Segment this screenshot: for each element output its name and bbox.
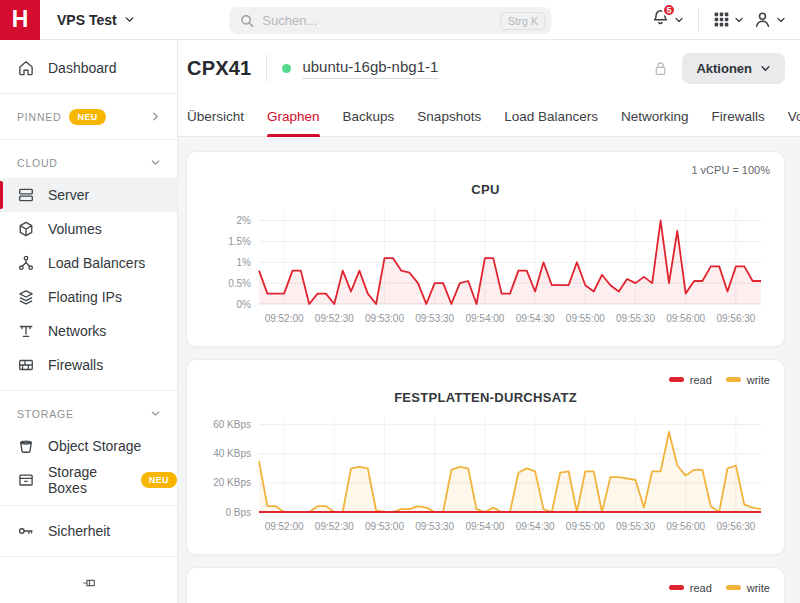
sidebar-item-label: Server	[48, 187, 89, 203]
chevron-down-icon	[760, 63, 771, 74]
write-legend-swatch	[726, 585, 741, 590]
cpu-chart-title: CPU	[201, 182, 770, 200]
svg-text:09:54:30: 09:54:30	[516, 313, 555, 324]
key-icon	[17, 522, 35, 540]
top-navigation-bar: H VPS Test Suchen... Strg K 5	[0, 0, 800, 40]
svg-text:09:55:30: 09:55:30	[616, 521, 655, 532]
storage-box-icon	[17, 471, 35, 489]
home-icon	[17, 59, 35, 77]
lock-button[interactable]	[652, 60, 669, 77]
svg-text:09:55:00: 09:55:00	[566, 313, 605, 324]
sidebar: Dashboard PINNED NEU CLOUD Server Volume…	[0, 40, 178, 603]
sidebar-item-networks[interactable]: Networks	[0, 314, 177, 348]
svg-text:09:56:30: 09:56:30	[716, 313, 755, 324]
svg-text:2%: 2%	[237, 215, 252, 226]
chart-legend: read write	[201, 372, 770, 387]
tab-uebersicht[interactable]: Übersicht	[187, 96, 244, 136]
cpu-chart-card: 1 vCPU = 100% CPU 09:52:0009:52:3009:53:…	[186, 151, 785, 347]
apps-grid-button[interactable]	[713, 11, 744, 28]
sidebar-item-label: Floating IPs	[48, 289, 122, 305]
svg-text:09:55:30: 09:55:30	[616, 313, 655, 324]
tab-snapshots[interactable]: Snapshots	[417, 96, 481, 136]
write-legend-label: write	[747, 374, 770, 386]
next-chart-card: read write	[186, 567, 785, 603]
svg-text:40 KBps: 40 KBps	[213, 448, 251, 459]
sidebar-item-storage-boxes[interactable]: Storage Boxes NEU	[0, 463, 177, 497]
collapse-sidebar-button[interactable]	[0, 565, 177, 603]
hetzner-logo[interactable]: H	[0, 0, 40, 40]
svg-text:09:53:00: 09:53:00	[365, 521, 404, 532]
section-label: CLOUD	[17, 157, 58, 169]
sidebar-item-server[interactable]: Server	[0, 178, 177, 212]
chevron-right-icon	[150, 111, 161, 122]
chevron-down-icon	[776, 15, 786, 25]
write-legend-swatch	[726, 377, 741, 382]
tab-graphen[interactable]: Graphen	[267, 96, 320, 136]
svg-text:09:52:30: 09:52:30	[315, 521, 354, 532]
tab-firewalls[interactable]: Firewalls	[712, 96, 765, 136]
svg-text:1%: 1%	[237, 257, 252, 268]
chevron-down-icon	[124, 14, 135, 25]
search-icon	[239, 13, 254, 28]
graphs-content: 1 vCPU = 100% CPU 09:52:0009:52:3009:53:…	[178, 137, 800, 603]
section-label: PINNED	[17, 111, 61, 123]
logo-letter: H	[12, 6, 29, 33]
status-dot	[282, 64, 291, 73]
topbar-actions: 5	[651, 8, 800, 32]
svg-text:09:55:00: 09:55:00	[566, 521, 605, 532]
neu-badge: NEU	[141, 472, 177, 488]
cpu-chart: 09:52:0009:52:3009:53:0009:53:3009:54:00…	[201, 200, 770, 340]
network-icon	[17, 322, 35, 340]
actions-label: Aktionen	[696, 61, 752, 76]
sidebar-item-object-storage[interactable]: Object Storage	[0, 429, 177, 463]
svg-text:09:52:00: 09:52:00	[265, 313, 304, 324]
svg-text:09:53:30: 09:53:30	[415, 313, 454, 324]
sidebar-item-load-balancers[interactable]: Load Balancers	[0, 246, 177, 280]
layers-icon	[17, 288, 35, 306]
svg-text:0 Bps: 0 Bps	[225, 507, 251, 518]
svg-text:09:54:30: 09:54:30	[516, 521, 555, 532]
cube-icon	[17, 220, 35, 238]
lock-icon	[652, 60, 669, 77]
svg-text:09:52:00: 09:52:00	[265, 521, 304, 532]
tab-load-balancers[interactable]: Load Balancers	[504, 96, 598, 136]
search-placeholder: Suchen...	[262, 13, 500, 28]
search-input[interactable]: Suchen... Strg K	[229, 7, 551, 34]
bucket-icon	[17, 437, 35, 455]
sidebar-item-dashboard[interactable]: Dashboard	[0, 50, 177, 85]
project-switcher[interactable]: VPS Test	[57, 12, 135, 28]
sidebar-item-sicherheit[interactable]: Sicherheit	[0, 514, 177, 548]
topbar-divider	[698, 8, 699, 32]
firewall-icon	[17, 356, 35, 374]
sidebar-item-label: Sicherheit	[48, 523, 110, 539]
cpu-note: 1 vCPU = 100%	[201, 164, 770, 179]
sidebar-section-storage[interactable]: STORAGE	[0, 399, 177, 428]
user-icon	[753, 10, 772, 29]
sidebar-item-floating-ips[interactable]: Floating IPs	[0, 280, 177, 314]
server-tabbar: Übersicht Graphen Backups Snapshots Load…	[178, 96, 800, 137]
read-legend-swatch	[669, 585, 684, 590]
sidebar-section-cloud[interactable]: CLOUD	[0, 148, 177, 177]
sidebar-divider	[0, 505, 177, 506]
server-name-editable[interactable]: ubuntu-16gb-nbg1-1	[302, 58, 438, 79]
actions-button[interactable]: Aktionen	[682, 53, 785, 84]
sidebar-item-label: Dashboard	[48, 60, 117, 76]
tab-volumes[interactable]: Volumes	[788, 96, 800, 136]
disk-chart-title: FESTPLATTEN-DURCHSATZ	[201, 390, 770, 408]
sidebar-item-volumes[interactable]: Volumes	[0, 212, 177, 246]
sidebar-section-pinned[interactable]: PINNED NEU	[0, 102, 177, 131]
sidebar-item-label: Load Balancers	[48, 255, 145, 271]
svg-text:09:56:30: 09:56:30	[716, 521, 755, 532]
chevron-down-icon	[150, 157, 161, 168]
svg-text:0%: 0%	[237, 299, 252, 310]
pin-icon	[81, 575, 97, 591]
notifications-button[interactable]: 5	[651, 8, 684, 31]
tab-networking[interactable]: Networking	[621, 96, 689, 136]
tab-backups[interactable]: Backups	[343, 96, 395, 136]
notification-count-badge: 5	[662, 3, 676, 17]
load-balancer-icon	[17, 254, 35, 272]
sidebar-divider	[0, 556, 177, 557]
svg-text:09:56:00: 09:56:00	[666, 521, 705, 532]
user-menu-button[interactable]	[753, 10, 786, 29]
sidebar-item-firewalls[interactable]: Firewalls	[0, 348, 177, 382]
